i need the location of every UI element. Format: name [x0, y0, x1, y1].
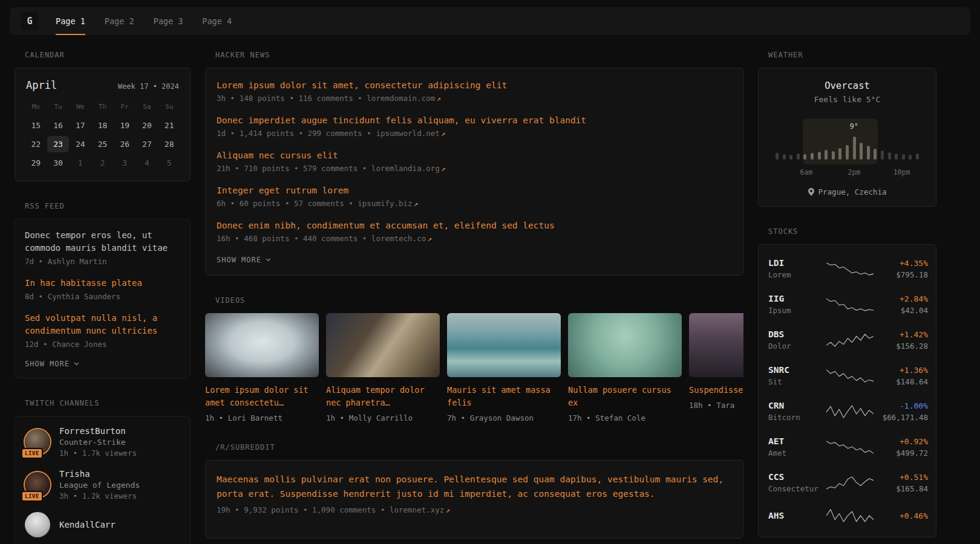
rss-item-link[interactable]: In hac habitasse platea: [25, 277, 180, 290]
video-thumbnail[interactable]: [326, 313, 440, 377]
stock-row: CRN Bitcorn -1.00% $66,171.48: [768, 393, 926, 429]
stock-price: $156.28: [874, 342, 928, 351]
app-logo[interactable]: G: [21, 12, 39, 30]
stock-symbol: AET: [768, 436, 826, 446]
tab-page-2[interactable]: Page 2: [105, 7, 134, 35]
calendar-day: 30: [47, 155, 70, 171]
stock-id: CCS Consectetur: [768, 472, 826, 493]
story-link[interactable]: Donec enim nibh, condimentum et accumsan…: [217, 221, 732, 230]
calendar-day: 21: [158, 117, 180, 134]
weather-bar: [902, 154, 905, 160]
rss-item: In hac habitasse platea 8d • Cynthia Sau…: [25, 277, 180, 301]
tab-page-3[interactable]: Page 3: [154, 7, 183, 35]
stock-name: Consectetur: [768, 484, 826, 493]
external-link-icon[interactable]: ↗: [436, 94, 441, 103]
videos-row: Lorem ipsum dolor sit amet consectetu… 1…: [205, 313, 743, 423]
weather-peak-temp: 9°: [850, 122, 858, 131]
external-link-icon[interactable]: ↗: [441, 164, 446, 173]
twitch-card: LIVE ForrestBurton Counter-Strike 1h • 1…: [15, 416, 191, 544]
story-meta-text: 6h • 60 points • 57 comments • ipsumify.…: [217, 199, 413, 208]
calendar-day: 24: [69, 136, 91, 152]
story-link[interactable]: Integer eget rutrum lorem: [217, 186, 732, 195]
weather-bar: [895, 154, 898, 160]
story-meta-text: 16h • 468 points • 440 comments • loremt…: [217, 234, 426, 243]
calendar-day: 2: [91, 155, 114, 171]
stock-sparkline: [826, 439, 874, 455]
rss-show-more-button[interactable]: SHOW MORE: [25, 360, 79, 368]
live-badge: LIVE: [21, 491, 43, 502]
stock-symbol: LDI: [768, 258, 826, 268]
weather-bar: [838, 148, 841, 160]
channel-game: Counter-Strike: [59, 438, 137, 447]
rss-item-link[interactable]: Sed volutpat nulla nisl, a condimentum n…: [25, 312, 180, 337]
video-thumbnail[interactable]: [447, 313, 561, 377]
external-link-icon[interactable]: ↗: [427, 234, 432, 243]
story-link[interactable]: Aliquam nec cursus elit: [217, 151, 732, 160]
hacker-news-show-more-button[interactable]: SHOW MORE: [217, 256, 271, 264]
story-item: Donec enim nibh, condimentum et accumsan…: [217, 221, 732, 243]
story-link[interactable]: Lorem ipsum dolor sit amet, consectetur …: [217, 80, 732, 90]
stock-name: Lorem: [768, 270, 826, 279]
page-tabs: Page 1 Page 2 Page 3 Page 4: [56, 7, 232, 35]
rss-item-meta: 12d • Chance Jones: [25, 340, 180, 349]
stock-id: IIG Ipsum: [768, 294, 826, 315]
video-card[interactable]: Aliquam tempor dolor nec pharetra… 1h • …: [326, 313, 440, 423]
story-meta-text: 3h • 148 points • 116 comments • loremdo…: [217, 94, 435, 103]
post-link[interactable]: Maecenas mollis pulvinar erat non posuer…: [217, 473, 732, 502]
weather-bars: [776, 135, 919, 160]
video-title[interactable]: Mauris sit amet massa felis: [447, 384, 561, 409]
video-title[interactable]: Aliquam tempor dolor nec pharetra…: [326, 384, 440, 409]
external-link-icon[interactable]: ↗: [445, 505, 450, 514]
twitch-channel-row[interactable]: KendallCarr: [25, 512, 180, 537]
weather-bar: [888, 152, 891, 160]
stock-symbol: IIG: [768, 294, 826, 303]
channel-name: Trisha: [59, 469, 140, 479]
video-card[interactable]: Suspendisse diam 18h • Tara: [689, 313, 743, 423]
avatar: [25, 512, 50, 537]
story-link[interactable]: Donec imperdiet augue tincidunt felis al…: [217, 115, 732, 125]
post-meta-text: 19h • 9,932 points • 1,090 comments • lo…: [217, 505, 444, 514]
stock-symbol: CRN: [768, 401, 826, 410]
external-link-icon[interactable]: ↗: [414, 199, 419, 208]
subreddit-widget: /R/SUBREDDIT Maecenas mollis pulvinar er…: [205, 443, 743, 539]
video-card[interactable]: Lorem ipsum dolor sit amet consectetu… 1…: [205, 313, 319, 423]
stock-values: +4.35% $795.18: [874, 259, 928, 279]
video-thumbnail[interactable]: [205, 313, 319, 377]
story-item: Aliquam nec cursus elit 21h • 710 points…: [217, 151, 732, 173]
video-thumbnail[interactable]: [689, 313, 743, 377]
video-card[interactable]: Mauris sit amet massa felis 7h • Grayson…: [447, 313, 561, 423]
calendar-day-header: Fr: [114, 99, 136, 115]
video-card[interactable]: Nullam posuere cursus ex 17h • Stefan Co…: [568, 313, 682, 423]
story-item: Lorem ipsum dolor sit amet, consectetur …: [217, 80, 732, 103]
weather-bar: [818, 152, 821, 160]
video-title[interactable]: Nullam posuere cursus ex: [568, 384, 682, 409]
calendar-day: 18: [91, 117, 114, 134]
video-title[interactable]: Lorem ipsum dolor sit amet consectetu…: [205, 384, 319, 409]
channel-name: KendallCarr: [59, 520, 116, 529]
rss-widget-title: RSS FEED: [25, 202, 191, 210]
show-more-label: SHOW MORE: [217, 256, 261, 264]
twitch-channel-row[interactable]: LIVE Trisha League of Legends 3h • 1.2k …: [25, 469, 180, 500]
channel-info: KendallCarr: [59, 520, 116, 529]
weather-time-label: 10pm: [893, 168, 910, 176]
calendar-day: 26: [114, 136, 136, 152]
weather-time-label: 2pm: [848, 168, 860, 176]
external-link-icon[interactable]: ↗: [441, 129, 446, 138]
video-thumbnail[interactable]: [568, 313, 682, 377]
stock-change: +1.42%: [874, 330, 928, 339]
twitch-channel-row[interactable]: LIVE ForrestBurton Counter-Strike 1h • 1…: [25, 426, 180, 458]
weather-location: Prague, Czechia: [818, 187, 887, 196]
rss-card: Donec tempor eros leo, ut commodo mauris…: [15, 219, 191, 378]
stocks-widget: STOCKS LDI Lorem +4.35% $795.18 IIG: [758, 227, 936, 537]
video-title[interactable]: Suspendisse diam: [689, 384, 743, 397]
tab-page-4[interactable]: Page 4: [202, 7, 232, 35]
video-meta: 18h • Tara: [689, 401, 743, 410]
story-item: Donec imperdiet augue tincidunt felis al…: [217, 115, 732, 138]
rss-item-link[interactable]: Donec tempor eros leo, ut commodo mauris…: [25, 229, 180, 254]
tab-page-1[interactable]: Page 1: [56, 7, 85, 35]
stock-change: +0.46%: [874, 511, 928, 520]
stock-row: DBS Dolor +1.42% $156.28: [768, 322, 926, 358]
calendar-day: 20: [136, 117, 158, 134]
stock-price: $165.84: [874, 484, 928, 493]
channel-info: Trisha League of Legends 3h • 1.2k viewe…: [59, 469, 140, 500]
